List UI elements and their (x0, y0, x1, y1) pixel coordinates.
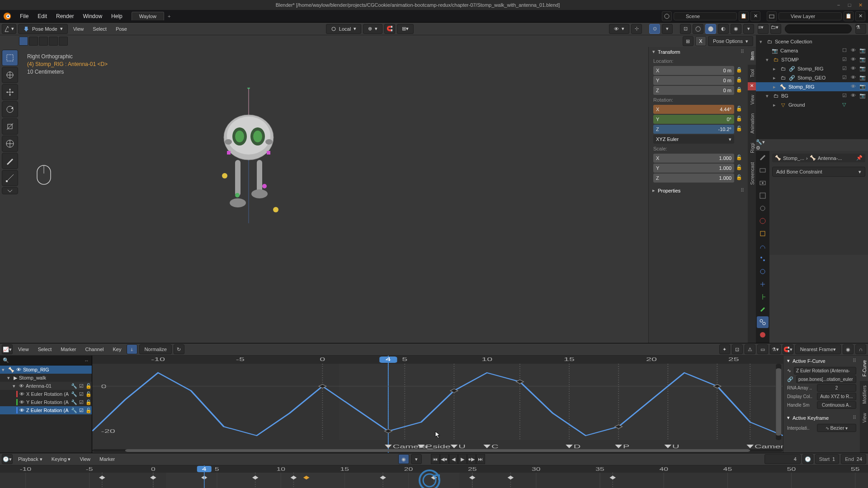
normalize-label[interactable]: Normalize (139, 344, 172, 354)
scene-browse-icon[interactable] (662, 11, 672, 21)
minimize-icon[interactable]: − (835, 2, 842, 8)
lock-icon[interactable]: 🔓 (736, 126, 743, 133)
tab-modifiers[interactable]: Modifiers (860, 381, 868, 408)
data-path-field[interactable]: pose.bones[...otation_euler (796, 375, 856, 383)
restrict-toggle[interactable]: ☑ (842, 93, 849, 99)
eye-icon[interactable]: 👁 (851, 84, 858, 90)
modifier-icon[interactable]: 🔧 (71, 391, 77, 397)
tab-view[interactable]: View (860, 408, 868, 427)
mode-selector[interactable]: Pose Mode▾ (18, 24, 68, 34)
render-icon[interactable]: 📷 (859, 75, 866, 81)
ptab-modifier[interactable] (757, 240, 769, 252)
current-frame-field[interactable]: 4 (764, 454, 801, 464)
active-fcurve-header[interactable]: ▾Active F-Curve⠿ (783, 356, 860, 366)
auto-keying-mode[interactable]: ▾ (411, 454, 422, 464)
menu-edit[interactable]: Edit (33, 13, 52, 19)
render-icon[interactable]: 📷 (859, 56, 866, 63)
jump-next-key-button[interactable]: ●▶ (467, 454, 476, 464)
outliner-tree[interactable]: ▾ 🗀 Scene Collection 📷 Camera ☐ 👁 📷 ▾ 🗀 … (756, 35, 868, 139)
shading-matprev[interactable]: ◐ (718, 24, 729, 34)
select-mode-3[interactable] (39, 37, 48, 46)
restrict-toggle[interactable]: ☑ (842, 66, 849, 72)
eye-icon[interactable]: 👁 (851, 93, 858, 99)
close-icon[interactable]: ✕ (857, 2, 863, 8)
maximize-icon[interactable]: □ (846, 2, 853, 8)
only-errors[interactable]: ⚠ (745, 344, 755, 354)
lock-icon[interactable]: 🔓 (736, 106, 743, 113)
channel-z-euler[interactable]: 👁 Z Euler Rotation (A 🔧 ☑ 🔓 (0, 406, 92, 414)
jump-end-button[interactable]: ⏭ (476, 454, 485, 464)
eye-icon[interactable]: 👁 (19, 399, 24, 405)
handle-smooth-selector[interactable]: Continuous A.. (817, 401, 856, 409)
tool-measure[interactable] (2, 170, 18, 186)
menu-file[interactable]: File (15, 13, 33, 19)
eye-icon[interactable]: 👁 (851, 75, 858, 81)
ptab-data[interactable] (757, 291, 769, 303)
outliner-display-mode[interactable]: 🗀▾ (770, 24, 781, 34)
snap-mode-selector[interactable]: Nearest Frame ▾ (795, 344, 841, 354)
eye-icon[interactable]: 👁 (19, 408, 24, 413)
tl-menu-playback[interactable]: Playback ▾ (14, 456, 46, 462)
ptab-viewlayer[interactable] (757, 190, 769, 202)
panel-options-icon[interactable]: ⠿ (741, 49, 744, 55)
auto-normalize[interactable]: ↻ (174, 344, 184, 354)
delete-layer-button[interactable]: ✕ (855, 11, 865, 21)
interpolation-selector[interactable]: ∿ Bezier ▾ (817, 424, 856, 432)
graph-menu-view[interactable]: View (14, 347, 33, 352)
outliner-search-input[interactable] (785, 24, 852, 33)
rotation-y-field[interactable]: Y0° (653, 115, 734, 124)
add-constraint-dropdown[interactable]: Add Bone Constraint ▾ (772, 167, 865, 177)
ptab-bone[interactable] (757, 304, 769, 315)
pose-options-dropdown[interactable]: Pose Options▾ (708, 36, 753, 46)
preview-range-toggle[interactable]: 🕐 (802, 454, 813, 464)
tool-cursor[interactable] (2, 67, 18, 83)
lock-icon[interactable]: 🔒 (736, 87, 743, 94)
tl-menu-keying[interactable]: Keying ▾ (48, 456, 75, 462)
shading-solid[interactable]: ⬤ (705, 24, 716, 34)
eye-icon[interactable]: 👁 (851, 56, 858, 63)
lock-icon[interactable]: 🔓 (736, 164, 743, 172)
channel-bone-group[interactable]: ▾ 👁 Antenna-01 🔧 ☑ 🔓 (0, 382, 92, 390)
timeline-editor-type[interactable]: 🕐▾ (2, 454, 13, 464)
vp-menu-select[interactable]: Select (89, 26, 110, 32)
properties-breadcrumb[interactable]: 🦴 Stomp_... › 🦴 Antenna-... 📌 (772, 154, 865, 162)
eye-icon[interactable]: 👁 (19, 391, 24, 397)
workspace-tab[interactable]: Waylow (132, 12, 164, 20)
active-keyframe-header[interactable]: ▾Active Keyframe⠿ (783, 413, 860, 423)
lock-icon[interactable]: 🔓 (85, 399, 92, 405)
lock-icon[interactable]: 🔓 (736, 155, 743, 162)
channel-y-euler[interactable]: 👁 Y Euler Rotation (A 🔧 ☑ 🔓 (0, 398, 92, 406)
proportional-falloff[interactable]: ∩ (855, 344, 866, 354)
restrict-toggle[interactable]: ☐ (842, 47, 849, 54)
lock-icon[interactable]: 🔓 (85, 383, 92, 389)
ptab-constraint[interactable] (757, 278, 769, 290)
pin-icon[interactable]: 📌 (856, 155, 863, 161)
tool-move[interactable] (2, 84, 18, 100)
ptab-world[interactable] (757, 215, 769, 227)
lock-icon[interactable]: 🔓 (736, 116, 743, 123)
select-mode-1[interactable] (19, 37, 28, 46)
play-button[interactable]: ▶ (458, 454, 467, 464)
shading-wire[interactable]: ◯ (693, 24, 703, 34)
ptab-physics[interactable] (757, 266, 769, 277)
mute-toggle[interactable]: ☑ (79, 399, 84, 405)
eye-icon[interactable]: 👁 (19, 383, 24, 389)
new-scene-button[interactable]: 📋 (739, 11, 749, 21)
modifier-icon[interactable]: 🔧 (71, 408, 77, 413)
show-cursor[interactable]: ✦ (719, 344, 730, 354)
restrict-toggle[interactable]: ☑ (842, 75, 849, 81)
tab-rigging[interactable]: Riggi (748, 138, 756, 158)
ptab-tool[interactable] (757, 152, 769, 164)
outliner-filter[interactable]: ⚗ (855, 24, 866, 34)
xray-toggle[interactable]: ⊡ (680, 24, 691, 34)
mesh-data-icon[interactable]: ▽ (842, 102, 849, 108)
tab-screencast[interactable]: Screencast (748, 158, 756, 189)
scale-x-field[interactable]: X1.000 (653, 154, 734, 163)
properties-editor-type[interactable]: 🔧▾ (756, 139, 868, 145)
channel-object[interactable]: ▾🦴 👁 Stomp_RIG (0, 366, 92, 374)
ptab-particle[interactable] (757, 253, 769, 265)
shading-render[interactable]: ◉ (731, 24, 741, 34)
mute-toggle[interactable]: ☑ (79, 383, 84, 389)
overlay-toggle[interactable]: ⊙ (649, 24, 660, 34)
channel-action[interactable]: ▾▶ Stomp_walk (0, 374, 92, 382)
